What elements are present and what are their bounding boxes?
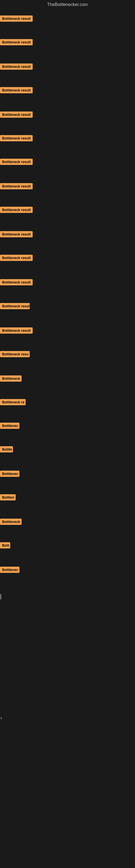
bottleneck-result-row: Bottlenec <box>0 423 19 430</box>
bottleneck-badge[interactable]: Bottleneck result <box>0 63 33 70</box>
bottleneck-result-row: Bottleneck result <box>0 135 33 143</box>
bottleneck-result-row: Bottleneck result <box>0 183 33 190</box>
text-cursor <box>1 594 1 599</box>
bottleneck-result-row: Bottleneck result <box>0 279 33 286</box>
bottleneck-result-row: Bottlenec <box>0 567 19 574</box>
bottleneck-badge[interactable]: Bottlenec <box>0 423 19 429</box>
bottleneck-result-row: Bottle <box>0 446 13 454</box>
bottleneck-badge[interactable]: Bottleneck <box>0 375 21 382</box>
bottleneck-result-row: Bottleneck result <box>0 112 33 119</box>
bottleneck-result-row: Bottleneck result <box>0 16 33 23</box>
bottleneck-badge[interactable]: Bott <box>0 542 10 549</box>
bottleneck-result-row: Bottleneck result <box>0 87 33 94</box>
bottleneck-badge[interactable]: Bottleneck result <box>0 39 33 45</box>
bottleneck-badge[interactable]: Bottlen <box>0 494 16 500</box>
bottleneck-badge[interactable]: Bottleneck result <box>0 112 33 118</box>
bottleneck-result-row: Bottleneck re <box>0 399 26 406</box>
bottleneck-result-row: Bottlen <box>0 494 16 501</box>
bottleneck-badge[interactable]: Bottleneck result <box>0 328 33 334</box>
bottleneck-badge[interactable]: Bottleneck <box>0 519 21 525</box>
bottleneck-badge[interactable]: Bottlenec <box>0 567 19 573</box>
bottleneck-result-row: Bottleneck result <box>0 255 33 262</box>
bottleneck-result-row: Bott <box>0 542 10 550</box>
bottleneck-result-row: Bottleneck <box>0 519 21 526</box>
bottleneck-badge[interactable]: Bottleneck result <box>0 135 33 141</box>
bottleneck-result-row: Bottlenec <box>0 471 19 478</box>
bottleneck-badge[interactable]: Bottlenec <box>0 471 19 477</box>
bottleneck-badge[interactable]: Bottleneck result <box>0 16 33 22</box>
bottleneck-badge[interactable]: Bottleneck result <box>0 231 33 237</box>
bottleneck-result-row: Bottleneck result <box>0 328 33 335</box>
bottleneck-badge[interactable]: Bottleneck result <box>0 159 33 165</box>
bottleneck-badge[interactable]: Bottleneck result <box>0 207 33 213</box>
bottleneck-badge[interactable]: Bottleneck result <box>0 303 30 309</box>
bottleneck-badge[interactable]: Bottleneck resu <box>0 351 30 357</box>
bottleneck-badge[interactable]: Bottle <box>0 446 13 453</box>
bottleneck-result-row: Bottleneck result <box>0 159 33 166</box>
bottleneck-badge[interactable]: Bottleneck result <box>0 87 33 93</box>
small-character: c <box>1 716 2 720</box>
bottleneck-badge[interactable]: Bottleneck result <box>0 183 33 189</box>
bottleneck-badge[interactable]: Bottleneck result <box>0 255 33 261</box>
bottleneck-result-row: Bottleneck resu <box>0 351 30 358</box>
site-title: TheBottlenecker.com <box>0 0 135 9</box>
bottleneck-result-row: Bottleneck result <box>0 303 30 310</box>
bottleneck-badge[interactable]: Bottleneck result <box>0 279 33 285</box>
bottleneck-result-row: Bottleneck result <box>0 207 33 214</box>
bottleneck-result-row: Bottleneck result <box>0 231 33 239</box>
bottleneck-badge[interactable]: Bottleneck re <box>0 399 26 405</box>
bottleneck-result-row: Bottleneck result <box>0 63 33 71</box>
bottleneck-result-row: Bottleneck <box>0 375 21 383</box>
bottleneck-result-row: Bottleneck result <box>0 39 33 46</box>
